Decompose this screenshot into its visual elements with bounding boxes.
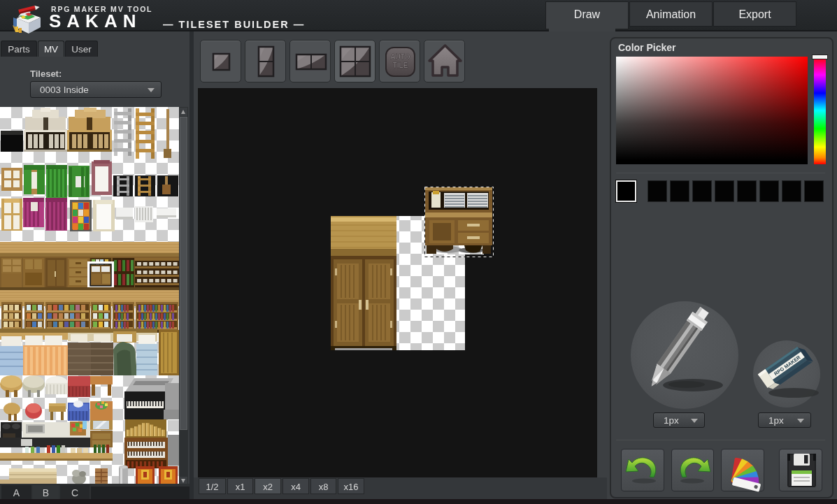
svg-text:AUTO: AUTO <box>390 53 410 61</box>
svg-text:TILE: TILE <box>393 62 408 69</box>
